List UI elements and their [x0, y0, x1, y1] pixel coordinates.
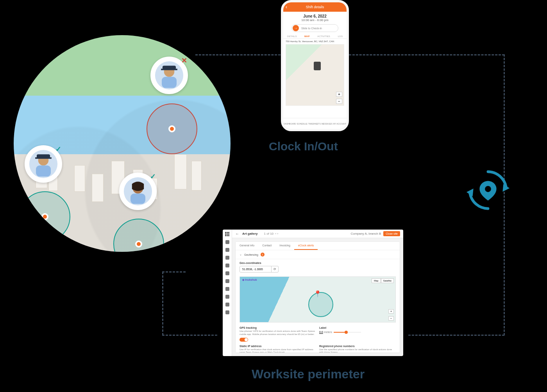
option-static-ip: Static IP address Use IP for verificatio… [240, 345, 316, 353]
map-type-satellite[interactable]: Satellite [381, 278, 394, 283]
map-3d-overview: ✕ ✓ ✓ [14, 35, 231, 252]
phone-tabs: DETAILS MAP ACTIVITIES LOG [283, 34, 347, 39]
zoom-in-button[interactable]: + [336, 92, 342, 97]
sidebar-icon[interactable] [225, 303, 229, 306]
geo-sync-icon [465, 167, 511, 213]
option-desc: Use IP for verification that clock actio… [240, 348, 316, 353]
label-value: 0.0 [319, 331, 323, 333]
connector-line [408, 335, 504, 336]
zoom-out-button[interactable]: − [388, 316, 394, 321]
map-pin-icon [314, 62, 321, 70]
nav-item[interactable]: MESSAGES [322, 123, 332, 125]
app-grid-icon[interactable] [225, 232, 229, 236]
option-title: GPS tracking [240, 326, 316, 329]
section-count-badge: 1 [261, 253, 265, 257]
svg-rect-4 [161, 69, 177, 70]
tab[interactable]: Invoicing [275, 242, 294, 250]
phone-mockup: ‹ Shift details June 6, 2022 10:00 am - … [281, 0, 349, 131]
geo-coordinates-label: Geo-coordinates [240, 262, 396, 264]
connector-line [349, 54, 504, 55]
guard-avatar: ✓ [119, 173, 157, 210]
nav-item[interactable]: TIMESHEETS [308, 123, 321, 125]
phone-bottom-nav: DASHBOARD SCHEDULE TIMESHEETS MESSAGES M… [283, 118, 347, 129]
app-sidebar [223, 230, 232, 356]
pager-label: 1 of 10 ‹ › [264, 232, 278, 235]
option-label: Label 0.0 meters [319, 326, 396, 342]
guard-avatar: ✕ [150, 57, 188, 94]
chevron-down-icon: ⌄ [240, 253, 242, 256]
map-type-map[interactable]: Map [372, 278, 381, 283]
section-header[interactable]: ⌄ Geofencing 1 [236, 250, 400, 259]
page-topbar: ← Art gallery 1 of 10 ‹ › Company A, bra… [232, 230, 403, 238]
phone-tab[interactable]: DETAILS [287, 35, 297, 37]
label-unit: meters [324, 331, 332, 333]
option-title: Registered phone numbers [319, 345, 396, 347]
svg-rect-2 [162, 77, 177, 88]
option-registered-phones: Registered phone numbers Use the specifi… [319, 345, 396, 353]
sidebar-icon[interactable] [225, 271, 229, 275]
company-selector[interactable]: Company A, branch B [350, 232, 381, 235]
svg-rect-12 [130, 194, 145, 204]
phone-header: ‹ Shift details [283, 2, 347, 12]
tab[interactable]: eClock alerts [294, 242, 318, 250]
phone-tab[interactable]: ACTIVITIES [317, 35, 330, 37]
refresh-icon[interactable]: ⟳ [271, 266, 278, 272]
sidebar-icon[interactable] [225, 248, 229, 252]
gps-toggle[interactable] [240, 338, 248, 342]
connector-line [195, 54, 281, 55]
label-clock-in-out: Clock In/Out [269, 140, 338, 153]
sidebar-icon[interactable] [225, 240, 229, 244]
radius-slider[interactable] [334, 332, 361, 333]
section-title: Geofencing [244, 253, 258, 256]
arrow-right-icon: → [293, 25, 299, 31]
sidebar-icon[interactable] [225, 310, 229, 314]
sidebar-icon[interactable] [225, 287, 229, 291]
nav-item[interactable]: MY ACCOUNT [333, 123, 346, 125]
status-check-icon: ✓ [53, 144, 64, 155]
geofence-ring [147, 103, 197, 154]
tab[interactable]: Contact [258, 242, 275, 250]
close-site-button[interactable]: Close site [383, 231, 400, 236]
tab[interactable]: General info [236, 242, 258, 250]
label-worksite-perimeter: Worksite perimeter [252, 367, 365, 381]
slide-to-checkin[interactable]: → Slide to Check-in [291, 24, 338, 32]
geofence-ring [113, 219, 164, 252]
status-cross-icon: ✕ [179, 55, 189, 66]
option-title: Label [319, 326, 396, 329]
settings-tabs: General info Contact Invoicing eClock al… [236, 242, 400, 250]
option-gps-tracking: GPS tracking Use phones' GPS for verific… [240, 326, 316, 342]
connector-line [162, 271, 186, 273]
sidebar-icon[interactable] [225, 264, 229, 267]
zoom-in-button[interactable]: + [388, 309, 394, 314]
status-check-icon: ✓ [147, 171, 158, 182]
geofence-ring [20, 191, 70, 242]
map-provider-logo: ◆ Inukshuk [242, 278, 257, 282]
worksite-map[interactable]: ◆ Inukshuk Map Satellite 📍 + − [240, 276, 396, 323]
phone-tab[interactable]: LOG [338, 35, 343, 37]
svg-rect-7 [36, 166, 51, 177]
option-title: Static IP address [240, 345, 316, 347]
geo-coordinates-field[interactable] [240, 266, 271, 272]
geo-coordinates-input[interactable]: ⟳ [240, 266, 279, 273]
option-desc: Use the specified phone numbers for veri… [319, 348, 396, 353]
phone-header-title: Shift details [306, 5, 324, 9]
phone-map[interactable]: + − [286, 44, 344, 106]
page-title: Art gallery [242, 232, 258, 235]
map-pin-icon[interactable]: 📍 [314, 290, 322, 298]
sidebar-icon[interactable] [225, 256, 229, 260]
phone-tab[interactable]: MAP [304, 35, 309, 37]
shift-date: June 6, 2022 [283, 12, 347, 18]
svg-point-15 [485, 186, 491, 192]
nav-item[interactable]: DASHBOARD [284, 123, 296, 125]
shift-time: 10:00 am - 6:00 pm [283, 18, 347, 24]
guard-avatar: ✓ [25, 145, 62, 183]
sidebar-icon[interactable] [225, 279, 229, 283]
sidebar-icon[interactable] [225, 295, 229, 299]
connector-line [162, 272, 163, 335]
connector-line [162, 335, 217, 336]
nav-item[interactable]: SCHEDULE [297, 123, 307, 125]
zoom-out-button[interactable]: − [336, 99, 342, 104]
tablet-mockup: ← Art gallery 1 of 10 ‹ › Company A, bra… [219, 226, 407, 360]
back-arrow-icon[interactable]: ← [235, 232, 239, 236]
back-arrow-icon[interactable]: ‹ [286, 4, 287, 10]
